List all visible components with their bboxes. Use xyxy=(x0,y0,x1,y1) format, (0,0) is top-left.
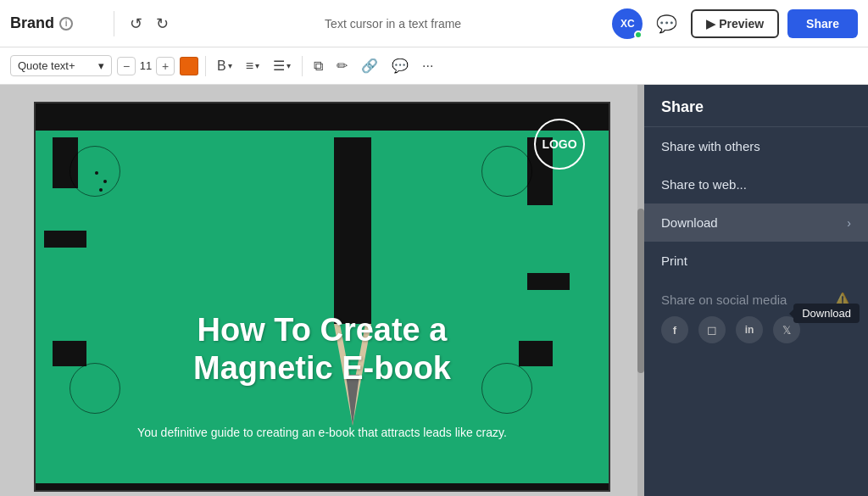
canvas-title[interactable]: How To Create a Magnetic E-book xyxy=(36,311,609,388)
top-navigation: Brand i ↺ ↻ Text cursor in a text frame … xyxy=(0,0,868,47)
increase-size-button[interactable]: + xyxy=(156,57,175,75)
print-item[interactable]: Print xyxy=(644,242,868,280)
paint-button[interactable]: ✏ xyxy=(332,54,352,77)
undo-icon: ↺ xyxy=(130,14,142,33)
brand-area: Brand i xyxy=(10,14,103,32)
brand-info-icon[interactable]: i xyxy=(59,17,73,31)
list-chevron: ▾ xyxy=(287,61,291,70)
avatar[interactable]: XC xyxy=(612,8,643,39)
undo-redo-group: ↺ ↻ xyxy=(125,11,174,36)
nav-right-group: XC 💬 ▶ Preview Share xyxy=(612,8,858,39)
share-with-others-item[interactable]: Share with others xyxy=(644,127,868,165)
scrollbar-thumb[interactable] xyxy=(637,209,644,373)
more-button[interactable]: ··· xyxy=(418,55,437,77)
text-color-swatch[interactable] xyxy=(180,57,198,75)
download-label: Download xyxy=(661,215,718,230)
comment-button[interactable]: 💬 xyxy=(387,54,413,77)
align-button[interactable]: ≡ ▾ xyxy=(242,55,264,77)
canvas-area: LOGO How To Create a Magnetic E-book You… xyxy=(0,85,644,496)
chat-icon: 💬 xyxy=(656,14,677,33)
bold-icon: B xyxy=(217,59,226,74)
main-area: LOGO How To Create a Magnetic E-book You… xyxy=(0,85,868,496)
more-icon: ··· xyxy=(422,59,433,74)
font-select-chevron: ▾ xyxy=(98,59,104,72)
canvas-title-line2: Magnetic E-book xyxy=(36,349,609,388)
online-indicator xyxy=(634,31,643,39)
link-button[interactable]: 🔗 xyxy=(357,54,382,77)
list-button[interactable]: ☰ ▾ xyxy=(269,54,295,77)
bold-chevron: ▾ xyxy=(228,61,232,70)
paint-icon: ✏ xyxy=(337,58,348,74)
facebook-icon[interactable]: f xyxy=(661,316,688,343)
nav-divider-1 xyxy=(114,11,114,36)
print-label: Print xyxy=(661,254,687,268)
undo-button[interactable]: ↺ xyxy=(125,11,147,36)
brand-name: Brand xyxy=(10,14,54,32)
redo-icon: ↻ xyxy=(156,14,169,33)
scrollbar-track[interactable] xyxy=(637,85,644,496)
download-chevron-icon: › xyxy=(847,216,851,230)
share-to-web-label: Share to web... xyxy=(661,177,747,192)
link-icon: 🔗 xyxy=(361,58,378,74)
canvas[interactable]: LOGO How To Create a Magnetic E-book You… xyxy=(34,102,610,492)
align-icon: ≡ xyxy=(246,59,253,74)
download-tooltip: Download xyxy=(793,304,860,323)
status-text: Text cursor in a text frame xyxy=(184,17,602,31)
share-to-web-item[interactable]: Share to web... xyxy=(644,165,868,203)
avatar-initials: XC xyxy=(620,18,635,30)
panel-header: Share xyxy=(644,85,868,127)
comment-icon: 💬 xyxy=(392,58,409,74)
formatting-toolbar: Quote text+ ▾ − 11 + B ▾ ≡ ▾ ☰ ▾ ⧉ ✏ 🔗 💬… xyxy=(0,47,868,85)
share-button[interactable]: Share xyxy=(787,9,858,38)
info-symbol: i xyxy=(65,19,68,28)
logo-circle: LOGO xyxy=(534,119,585,170)
font-size-value: 11 xyxy=(137,59,154,72)
share-panel: Share Share with others Share to web... … xyxy=(644,85,868,496)
canvas-subtitle: You definitive guide to creating an e-bo… xyxy=(36,426,609,439)
share-with-others-label: Share with others xyxy=(661,139,760,153)
linkedin-icon[interactable]: in xyxy=(736,316,763,343)
logo-text: LOGO xyxy=(542,137,576,151)
font-size-control: − 11 + xyxy=(117,57,175,75)
font-family-select[interactable]: Quote text+ ▾ xyxy=(10,55,112,76)
decrease-size-button[interactable]: − xyxy=(117,57,136,75)
social-media-label: Share on social media xyxy=(661,293,787,307)
download-item[interactable]: Download › xyxy=(644,203,868,242)
align-chevron: ▾ xyxy=(255,61,259,70)
svg-rect-0 xyxy=(334,137,371,324)
copy-style-button[interactable]: ⧉ xyxy=(309,55,327,77)
preview-button[interactable]: ▶ Preview xyxy=(691,9,779,38)
font-name-label: Quote text+ xyxy=(18,59,75,72)
redo-button[interactable]: ↻ xyxy=(151,11,174,36)
canvas-title-line1: How To Create a xyxy=(36,311,609,350)
bold-button[interactable]: B ▾ xyxy=(213,55,236,77)
toolbar-separator-2 xyxy=(302,56,303,76)
chat-button[interactable]: 💬 xyxy=(651,10,682,37)
list-icon: ☰ xyxy=(273,58,285,74)
copy-icon: ⧉ xyxy=(314,59,323,74)
instagram-icon[interactable]: ◻ xyxy=(698,316,726,343)
toolbar-separator-1 xyxy=(205,56,206,76)
